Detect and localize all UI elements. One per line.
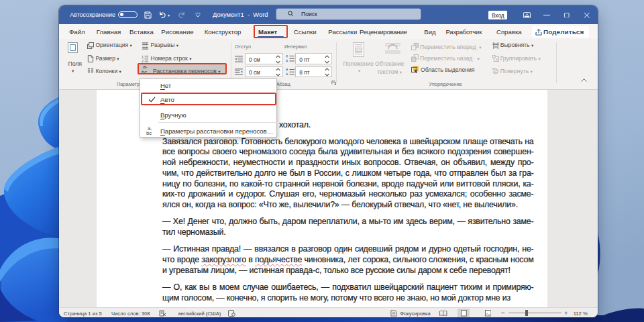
svg-text:2: 2 bbox=[142, 59, 144, 62]
